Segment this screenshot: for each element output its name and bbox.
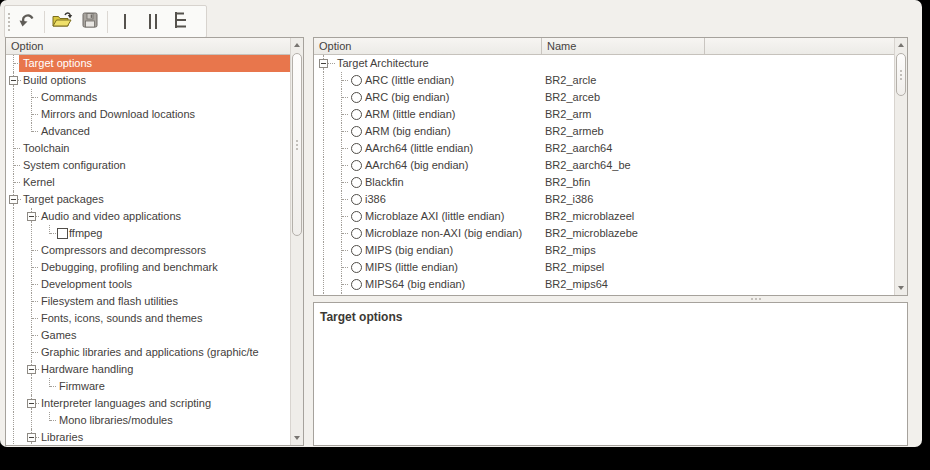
config-tree: Target ArchitectureARC (little endian)BR…: [314, 55, 894, 295]
app-window: Option Target optionsBuild optionsComman…: [0, 0, 922, 447]
tree-row[interactable]: MIPS64 (big endian)BR2_mips64: [314, 276, 894, 293]
open-button[interactable]: [49, 9, 75, 35]
tree-row[interactable]: Kernel: [6, 174, 290, 191]
scroll-down-button[interactable]: [895, 281, 907, 295]
radio-button[interactable]: [351, 194, 362, 205]
tree-row[interactable]: ARM (big endian)BR2_armeb: [314, 123, 894, 140]
radio-button[interactable]: [351, 109, 362, 120]
tree-row[interactable]: Toolchain: [6, 140, 290, 157]
tree-row[interactable]: Mirrors and Download locations: [6, 106, 290, 123]
scroll-up-button[interactable]: [291, 38, 303, 52]
split-view-button[interactable]: [140, 9, 166, 35]
column-header-value[interactable]: [705, 38, 894, 53]
expander-collapse-icon[interactable]: [319, 59, 328, 68]
radio-button[interactable]: [351, 211, 362, 222]
column-header-option[interactable]: Option: [314, 38, 541, 53]
tree-item-label: Debugging, profiling and benchmark: [41, 259, 218, 276]
radio-button[interactable]: [351, 92, 362, 103]
help-panel: Target options: [313, 302, 908, 446]
tree-item-label: Compressors and decompressors: [41, 242, 206, 259]
undo-button[interactable]: [14, 9, 40, 35]
tree-row[interactable]: MIPS (big endian)BR2_mips: [314, 242, 894, 259]
tree-row[interactable]: ffmpeg: [6, 225, 290, 242]
radio-button[interactable]: [351, 245, 362, 256]
expander-collapse-icon[interactable]: [27, 399, 36, 408]
undo-arrow-icon: [17, 10, 37, 34]
expander-collapse-icon[interactable]: [9, 195, 18, 204]
tree-row[interactable]: i386BR2_i386: [314, 191, 894, 208]
radio-button[interactable]: [351, 160, 362, 171]
expander-collapse-icon[interactable]: [27, 212, 36, 221]
radio-button[interactable]: [351, 75, 362, 86]
tree-row[interactable]: Microblaze non-AXI (big endian)BR2_micro…: [314, 225, 894, 242]
tree-row[interactable]: ARC (big endian)BR2_arceb: [314, 89, 894, 106]
tree-row[interactable]: Hardware handling: [6, 361, 290, 378]
radio-button[interactable]: [351, 262, 362, 273]
tree-row[interactable]: System configuration: [6, 157, 290, 174]
config-symbol-name: BR2_aarch64_be: [545, 157, 631, 174]
expander-collapse-icon[interactable]: [9, 76, 18, 85]
config-symbol-name: BR2_aarch64: [545, 140, 612, 157]
tree-row[interactable]: MIPS (little endian)BR2_mipsel: [314, 259, 894, 276]
save-button[interactable]: [77, 9, 103, 35]
tree-row[interactable]: BlackfinBR2_bfin: [314, 174, 894, 191]
toolbar-grip[interactable]: [8, 13, 13, 31]
config-symbol-name: BR2_mips64el: [545, 293, 617, 295]
tree-row[interactable]: Advanced: [6, 123, 290, 140]
expander-collapse-icon[interactable]: [27, 365, 36, 374]
scrollbar-thumb[interactable]: [292, 53, 302, 236]
tree-row[interactable]: Graphic libraries and applications (grap…: [6, 344, 290, 361]
config-symbol-name: BR2_bfin: [545, 174, 590, 191]
tree-row[interactable]: Games: [6, 327, 290, 344]
tree-item-label: Mono libraries/modules: [59, 412, 173, 429]
split-view-icon: [149, 14, 157, 29]
tree-row[interactable]: Libraries: [6, 429, 290, 445]
left-vertical-scrollbar[interactable]: [290, 38, 303, 445]
expander-collapse-icon[interactable]: [27, 433, 36, 442]
tree-row[interactable]: AArch64 (little endian)BR2_aarch64: [314, 140, 894, 157]
tree-row[interactable]: Debugging, profiling and benchmark: [6, 259, 290, 276]
scroll-up-button[interactable]: [895, 38, 907, 52]
column-header-option[interactable]: Option: [6, 38, 290, 53]
tree-row[interactable]: Target Architecture: [314, 55, 894, 72]
splitter-handle[interactable]: [748, 297, 764, 301]
tree-row[interactable]: Mono libraries/modules: [6, 412, 290, 429]
tree-row[interactable]: AArch64 (big endian)BR2_aarch64_be: [314, 157, 894, 174]
tree-row[interactable]: Audio and video applications: [6, 208, 290, 225]
options-tree-panel: Option Target optionsBuild optionsComman…: [5, 37, 304, 446]
scrollbar-thumb[interactable]: [896, 53, 906, 96]
radio-button[interactable]: [351, 228, 362, 239]
full-view-button[interactable]: [168, 9, 194, 35]
tree-item-label: Microblaze AXI (little endian): [365, 208, 504, 225]
radio-button[interactable]: [351, 126, 362, 137]
tree-row[interactable]: Microblaze AXI (little endian)BR2_microb…: [314, 208, 894, 225]
help-panel-title: Target options: [314, 303, 907, 324]
tree-row[interactable]: Commands: [6, 89, 290, 106]
radio-button[interactable]: [351, 143, 362, 154]
tree-row[interactable]: Filesystem and flash utilities: [6, 293, 290, 310]
tree-row[interactable]: MIPS64 (little endian)BR2_mips64el: [314, 293, 894, 295]
tree-row[interactable]: ARM (little endian)BR2_arm: [314, 106, 894, 123]
tree-row[interactable]: Fonts, icons, sounds and themes: [6, 310, 290, 327]
tree-row[interactable]: ARC (little endian)BR2_arcle: [314, 72, 894, 89]
tree-item-label: Games: [41, 327, 76, 344]
scroll-down-button[interactable]: [291, 431, 303, 445]
single-view-button[interactable]: [112, 9, 138, 35]
radio-button[interactable]: [351, 177, 362, 188]
tree-row[interactable]: Compressors and decompressors: [6, 242, 290, 259]
tree-row[interactable]: Target options: [6, 55, 290, 72]
toolbar-separator: [107, 11, 108, 33]
left-panel-header: Option: [6, 38, 290, 55]
radio-button[interactable]: [351, 279, 362, 290]
tree-item-label: Toolchain: [23, 140, 69, 157]
tree-item-label: ffmpeg: [69, 225, 102, 242]
tree-row[interactable]: Interpreter languages and scripting: [6, 395, 290, 412]
column-header-name[interactable]: Name: [542, 38, 704, 53]
tree-row[interactable]: Target packages: [6, 191, 290, 208]
tree-row[interactable]: Development tools: [6, 276, 290, 293]
checkbox[interactable]: [57, 228, 68, 239]
right-vertical-scrollbar[interactable]: [894, 38, 907, 295]
tree-row[interactable]: Firmware: [6, 378, 290, 395]
arrow-down-icon: [898, 286, 904, 290]
tree-row[interactable]: Build options: [6, 72, 290, 89]
